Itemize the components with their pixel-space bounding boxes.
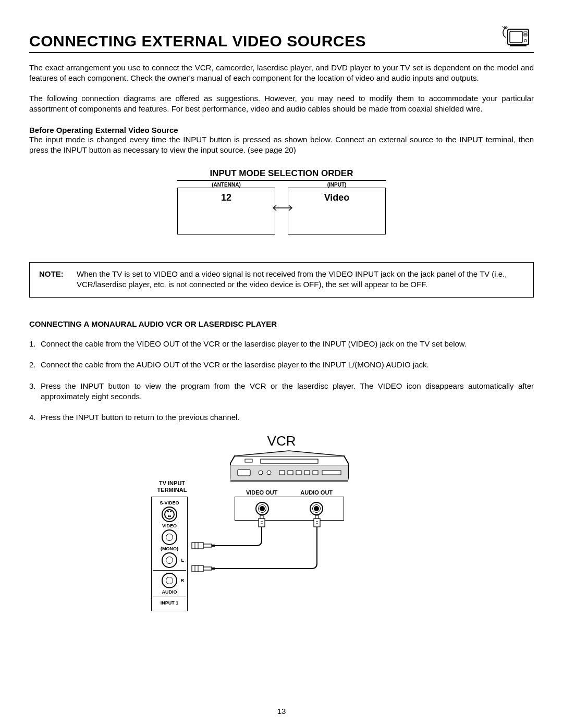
steps-list: Connect the cable from the VIDEO OUT of … xyxy=(29,339,534,423)
before-heading: Before Operating External Video Source xyxy=(29,126,534,134)
page-title: CONNECTING EXTERNAL VIDEO SOURCES xyxy=(29,32,366,50)
cable-icon xyxy=(146,433,417,652)
step-item: Connect the cable from the AUDIO OUT of … xyxy=(29,360,534,370)
page-header: CONNECTING EXTERNAL VIDEO SOURCES xyxy=(29,25,534,53)
mode-left-label: (ANTENNA) xyxy=(177,182,275,188)
step-item: Press the INPUT button to view the progr… xyxy=(29,381,534,402)
step-item: Press the INPUT button to return to the … xyxy=(29,412,534,423)
svg-rect-32 xyxy=(315,515,319,519)
svg-rect-37 xyxy=(212,567,215,570)
note-label: NOTE: xyxy=(39,269,77,290)
tv-icon xyxy=(500,25,534,50)
step-item: Connect the cable from the VIDEO OUT of … xyxy=(29,339,534,349)
mode-right-label: (INPUT) xyxy=(288,182,386,188)
svg-rect-35 xyxy=(192,565,203,572)
svg-rect-36 xyxy=(203,567,212,570)
svg-point-5 xyxy=(524,40,527,42)
input-mode-block: INPUT MODE SELECTION ORDER (ANTENNA) 12 … xyxy=(177,168,386,236)
svg-rect-22 xyxy=(259,519,265,527)
intro-paragraph-2: The following connection diagrams are of… xyxy=(29,93,534,115)
page-number: 13 xyxy=(0,707,563,715)
mode-left-box: 12 xyxy=(177,188,275,235)
intro-paragraph-1: The exact arrangement you use to connect… xyxy=(29,63,534,84)
svg-rect-3 xyxy=(524,32,527,33)
mode-arrow-icon xyxy=(275,198,288,236)
mode-caption: INPUT MODE SELECTION ORDER xyxy=(177,168,386,181)
svg-rect-4 xyxy=(524,34,527,36)
connecting-heading: CONNECTING A MONAURAL AUDIO VCR OR LASER… xyxy=(29,319,534,328)
note-body: When the TV is set to VIDEO and a video … xyxy=(77,269,524,290)
note-box: NOTE: When the TV is set to VIDEO and a … xyxy=(29,262,534,298)
svg-rect-28 xyxy=(212,545,215,547)
svg-rect-31 xyxy=(314,519,320,527)
before-body: The input mode is changed every time the… xyxy=(29,134,534,156)
svg-rect-26 xyxy=(192,542,203,549)
svg-rect-1 xyxy=(510,31,522,43)
mode-right-box: Video xyxy=(288,188,386,235)
svg-rect-27 xyxy=(203,544,212,547)
svg-rect-23 xyxy=(260,515,263,519)
vcr-diagram: VCR VIDEO OUT AUDIO OUT xyxy=(146,433,417,652)
